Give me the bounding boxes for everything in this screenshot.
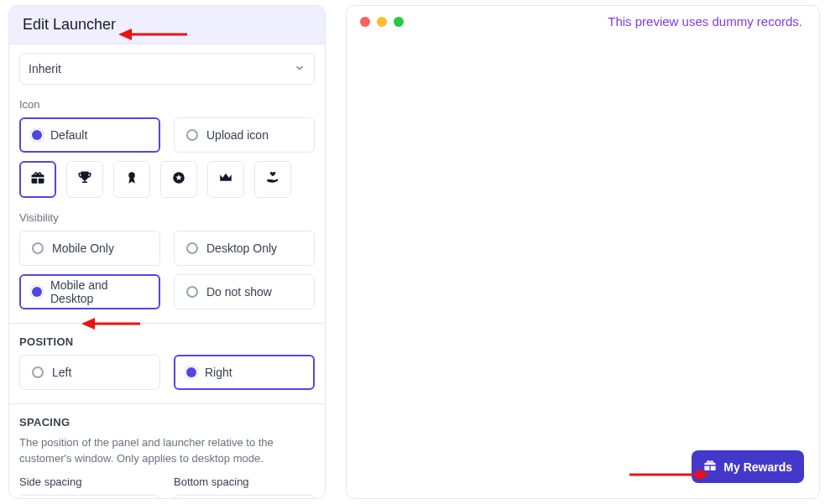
icon-tile-hand-heart[interactable]	[254, 161, 291, 198]
icon-option-default[interactable]: Default	[19, 117, 160, 153]
radio-empty-icon	[186, 286, 198, 298]
preview-panel: This preview uses dummy records. My Rewa…	[346, 5, 820, 499]
spacing-section-label: SPACING	[19, 416, 315, 429]
launcher-button[interactable]: My Rewards	[692, 450, 804, 483]
traffic-lights	[360, 17, 404, 27]
side-spacing-label: Side spacing	[19, 475, 160, 488]
radio-filled-icon	[32, 130, 42, 140]
position-left[interactable]: Left	[19, 355, 160, 390]
radio-empty-icon	[186, 129, 198, 141]
side-spacing-input-wrap[interactable]: px	[19, 495, 160, 498]
visibility-mobile-only-label: Mobile Only	[52, 242, 114, 255]
svg-point-0	[128, 172, 135, 179]
icon-tile-star-badge[interactable]	[160, 161, 197, 198]
radio-empty-icon	[32, 242, 44, 254]
visibility-desktop-only[interactable]: Desktop Only	[174, 231, 315, 266]
position-left-label: Left	[52, 366, 71, 379]
maximize-dot-icon	[394, 17, 404, 27]
panel-title: Edit Launcher	[9, 6, 325, 44]
position-right-label: Right	[205, 366, 232, 379]
icon-tile-crown[interactable]	[207, 161, 244, 198]
icon-tile-trophy[interactable]	[66, 161, 103, 198]
minimize-dot-icon	[377, 17, 387, 27]
icon-option-upload-label: Upload icon	[206, 128, 269, 142]
position-right[interactable]: Right	[174, 355, 315, 390]
trophy-icon	[77, 170, 92, 190]
edit-launcher-panel: Edit Launcher Inherit Icon Default Uploa…	[8, 5, 326, 499]
icon-section-label: Icon	[19, 98, 315, 111]
inherit-select-value: Inherit	[29, 62, 61, 75]
medal-icon	[124, 170, 139, 190]
panel-scroll-area[interactable]: Inherit Icon Default Upload icon	[9, 44, 325, 498]
inherit-select[interactable]: Inherit	[19, 53, 315, 85]
divider	[9, 323, 325, 324]
radio-empty-icon	[186, 242, 198, 254]
star-badge-icon	[171, 170, 186, 190]
visibility-section-label: Visibility	[19, 211, 315, 224]
bottom-spacing-label: Bottom spacing	[174, 475, 315, 488]
visibility-mobile-desktop[interactable]: Mobile and Desktop	[19, 274, 160, 309]
visibility-do-not-show-label: Do not show	[206, 285, 272, 299]
spacing-help-text: The position of the panel and launcher r…	[19, 435, 315, 467]
divider	[9, 403, 325, 404]
radio-empty-icon	[32, 366, 44, 378]
gift-icon	[30, 170, 45, 190]
preview-message: This preview uses dummy records.	[608, 14, 802, 29]
icon-option-upload[interactable]: Upload icon	[174, 117, 315, 153]
position-section-label: POSITION	[19, 335, 315, 348]
hand-heart-icon	[265, 170, 280, 190]
launcher-label: My Rewards	[723, 460, 792, 474]
visibility-desktop-only-label: Desktop Only	[206, 242, 277, 255]
preview-window-chrome: This preview uses dummy records.	[347, 6, 819, 37]
visibility-do-not-show[interactable]: Do not show	[174, 274, 315, 309]
icon-option-default-label: Default	[50, 128, 87, 142]
crown-icon	[218, 170, 233, 190]
icon-tile-medal[interactable]	[113, 161, 150, 198]
chevron-down-icon	[294, 62, 305, 76]
bottom-spacing-input-wrap[interactable]: px	[174, 495, 315, 498]
radio-filled-icon	[32, 287, 42, 297]
close-dot-icon	[360, 17, 370, 27]
visibility-mobile-desktop-label: Mobile and Desktop	[50, 278, 148, 305]
icon-tile-gift[interactable]	[19, 161, 56, 198]
visibility-mobile-only[interactable]: Mobile Only	[19, 231, 160, 266]
radio-filled-icon	[186, 367, 196, 377]
gift-icon	[703, 459, 717, 475]
